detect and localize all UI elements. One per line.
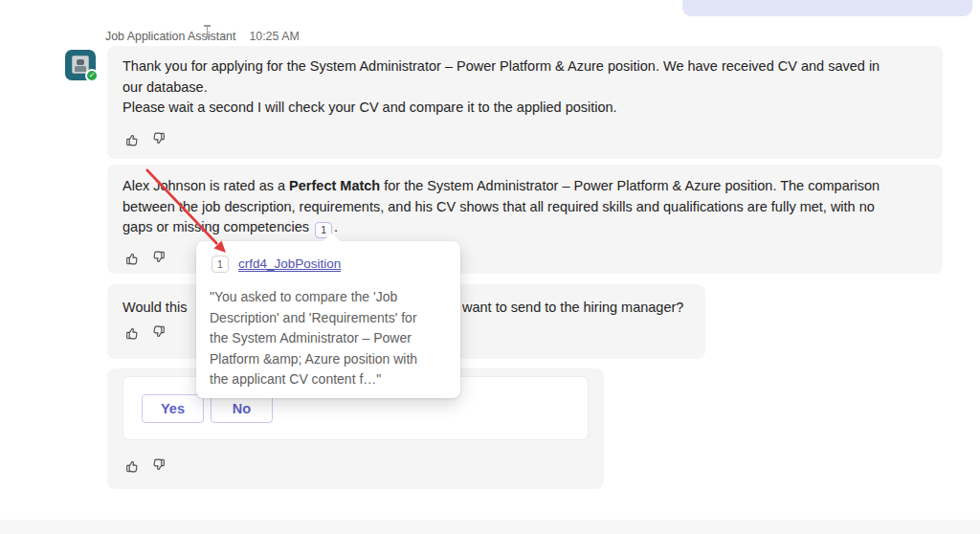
thumbs-down-icon (150, 457, 167, 474)
verified-check-icon: ✓ (85, 69, 99, 82)
thumbs-down-icon (150, 324, 167, 341)
sent-message-bubble (682, 0, 972, 16)
citation-quote: "You asked to compare the 'Job Descripti… (210, 287, 417, 390)
quote-line: the System Administrator – Power (210, 328, 417, 349)
no-button[interactable]: No (211, 394, 273, 423)
thumbs-up-button[interactable] (123, 323, 141, 341)
robot-body-shape (75, 66, 86, 72)
thumbs-down-button[interactable] (149, 130, 167, 147)
thumbs-up-button[interactable] (123, 456, 141, 474)
quote-line: "You asked to compare the 'Job (210, 287, 417, 308)
message-1-text: Thank you for applying for the System Ad… (122, 56, 880, 119)
citation-link[interactable]: crfd4_JobPosition (238, 256, 341, 272)
robot-head-shape (77, 59, 84, 65)
citation-number-badge: 1 (212, 256, 229, 273)
quote-line: the applicant CV content f…" (210, 369, 417, 390)
message-bubble-1: Thank you for applying for the System Ad… (107, 46, 943, 159)
message-header: Job Application Assistant 10:25 AM (105, 29, 300, 44)
citation-popup-header: 1 crfd4_JobPosition (212, 256, 341, 273)
message-text-line: Please wait a second I will check your C… (122, 98, 880, 119)
message-text-line: Thank you for applying for the System Ad… (122, 56, 880, 78)
message-text-line: gaps or missing competencies 1. (122, 217, 880, 238)
quote-line: Platform &amp; Azure position with (210, 349, 417, 370)
compose-area-edge (0, 520, 980, 534)
rating-highlight: Perfect Match (289, 178, 380, 193)
thumbs-up-icon (124, 324, 141, 341)
text-cursor (207, 25, 210, 37)
thumbs-up-icon (124, 131, 141, 147)
citation-popup: 1 crfd4_JobPosition "You asked to compar… (196, 241, 460, 398)
thumbs-up-icon (124, 250, 141, 266)
reaction-bar (123, 130, 167, 147)
quote-line: Description' and 'Requirements' for (210, 308, 417, 329)
thumbs-down-icon (150, 131, 167, 147)
reaction-bar (123, 323, 167, 341)
message-text-line: our database. (122, 78, 880, 99)
thumbs-down-icon (150, 250, 167, 266)
reaction-bar (123, 456, 167, 474)
message-3-text-left: Would this (122, 298, 187, 319)
card-button-row: Yes No (142, 394, 273, 423)
message-3-text-right: want to send to the hiring manager? (462, 298, 683, 319)
message-text-line: between the job description, requirement… (122, 197, 880, 218)
reaction-bar (123, 249, 167, 266)
thumbs-down-button[interactable] (149, 456, 167, 474)
thumbs-up-icon (124, 457, 141, 474)
thumbs-down-button[interactable] (149, 323, 167, 341)
message-text-line: Alex Johnson is rated as a Perfect Match… (122, 176, 880, 197)
message-timestamp: 10:25 AM (249, 30, 299, 43)
thumbs-down-button[interactable] (149, 249, 167, 266)
yes-button[interactable]: Yes (142, 394, 204, 423)
message-2-text: Alex Johnson is rated as a Perfect Match… (122, 176, 880, 238)
thumbs-up-button[interactable] (123, 249, 141, 266)
bot-avatar: ✓ (65, 50, 96, 80)
sender-name: Job Application Assistant (105, 30, 235, 43)
thumbs-up-button[interactable] (123, 130, 141, 147)
